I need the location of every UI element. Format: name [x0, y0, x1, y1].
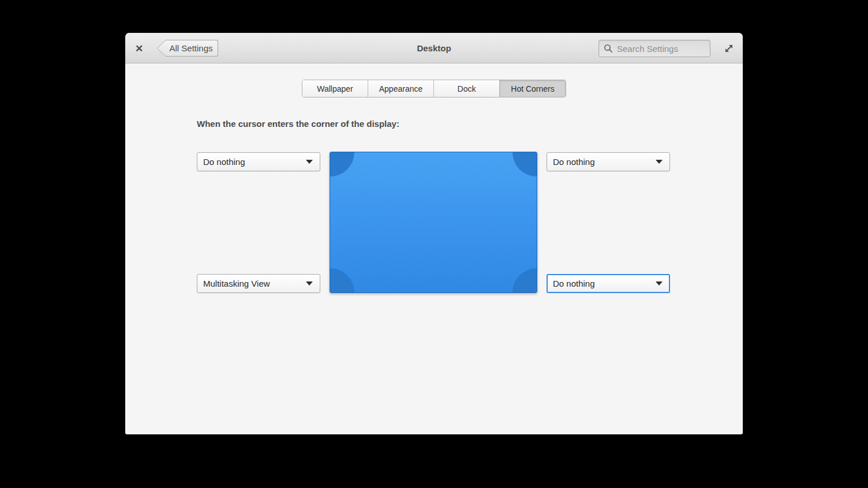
chevron-down-icon	[306, 281, 313, 286]
top-right-corner-value: Do nothing	[553, 157, 595, 167]
chevron-down-icon	[306, 160, 313, 164]
hot-corner-indicator-bottom-left	[330, 268, 354, 293]
chevron-down-icon	[656, 281, 663, 286]
back-button-label: All Settings	[169, 43, 212, 53]
top-left-corner-dropdown[interactable]: Do nothing	[197, 152, 320, 171]
settings-window: ✕ All Settings Desktop Wall	[125, 33, 743, 434]
all-settings-back-button[interactable]: All Settings	[157, 40, 218, 57]
tab-dock[interactable]: Dock	[434, 80, 500, 97]
tab-appearance[interactable]: Appearance	[368, 80, 434, 97]
top-left-corner-value: Do nothing	[203, 157, 245, 167]
tab-appearance-label: Appearance	[379, 84, 423, 93]
desktop-tabbar: Wallpaper Appearance Dock Hot Corners	[302, 80, 566, 97]
tab-dock-label: Dock	[458, 84, 476, 93]
hot-corners-heading: When the cursor enters the corner of the…	[197, 119, 399, 129]
hot-corner-indicator-top-left	[330, 152, 354, 177]
chevron-down-icon	[656, 160, 663, 164]
search-box[interactable]	[598, 40, 710, 57]
close-icon: ✕	[135, 43, 143, 55]
bottom-left-corner-dropdown[interactable]: Multitasking View	[197, 274, 320, 293]
search-icon	[604, 44, 613, 53]
tab-wallpaper-label: Wallpaper	[317, 84, 353, 93]
bottom-left-corner-value: Multitasking View	[203, 279, 270, 288]
bottom-right-corner-value: Do nothing	[553, 279, 595, 288]
close-button[interactable]: ✕	[133, 42, 145, 55]
tab-wallpaper[interactable]: Wallpaper	[302, 80, 368, 97]
top-right-corner-dropdown[interactable]: Do nothing	[547, 152, 670, 171]
header-bar: ✕ All Settings Desktop	[125, 33, 743, 63]
bottom-right-corner-dropdown[interactable]: Do nothing	[547, 274, 670, 293]
tab-hot-corners-label: Hot Corners	[511, 84, 554, 93]
maximize-icon	[724, 43, 734, 54]
maximize-button[interactable]	[722, 42, 736, 55]
hot-corner-indicator-bottom-right	[512, 268, 537, 293]
display-preview	[330, 152, 537, 293]
hot-corner-indicator-top-right	[512, 152, 537, 177]
search-input[interactable]	[617, 44, 705, 54]
tab-hot-corners[interactable]: Hot Corners	[500, 80, 566, 97]
